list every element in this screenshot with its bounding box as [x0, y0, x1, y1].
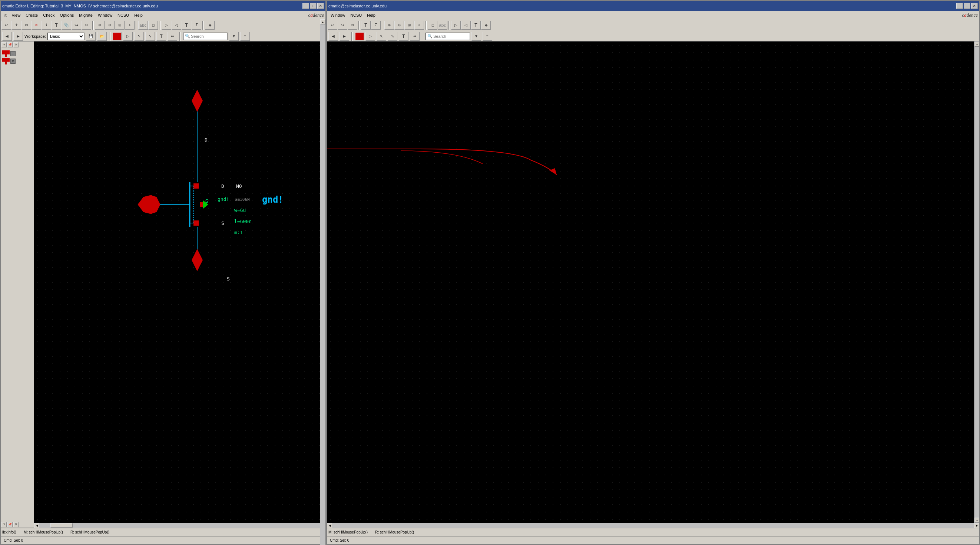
panel1-pin[interactable]: 📌	[7, 42, 13, 48]
left-close-button[interactable]: ✕	[317, 3, 324, 9]
tb-text2[interactable]: T	[181, 21, 191, 30]
wb-back[interactable]: ◀	[2, 32, 12, 41]
tb-zoom-in-area[interactable]: ⊕	[95, 21, 105, 30]
menu-item-edit[interactable]: it	[2, 12, 9, 18]
rwb-sel2[interactable]: ▷	[366, 32, 375, 41]
left-title-bar: ematic Editor L Editing: Tutorial_3_MY_N…	[1, 1, 325, 11]
right-schematic-canvas[interactable]	[327, 41, 974, 523]
rtb-rotate[interactable]: ↻	[348, 21, 357, 30]
tb-zoom-out[interactable]: ⊖	[105, 21, 115, 30]
panel1-question[interactable]: ?	[2, 42, 7, 48]
rtb-wire[interactable]: ◻	[428, 21, 438, 30]
tb-label[interactable]: ◻	[148, 21, 158, 30]
wb-load[interactable]: 📂	[97, 32, 107, 41]
rwb-sel3[interactable]: ↖	[377, 32, 386, 41]
wb-forward[interactable]: ▶	[13, 32, 23, 41]
search-input-left[interactable]	[191, 34, 221, 38]
rwb-dropdown[interactable]: ▼	[471, 32, 481, 41]
wb-sel1[interactable]	[113, 32, 122, 40]
rsep1	[358, 21, 360, 30]
rwb-sel1[interactable]	[355, 32, 364, 40]
rtb-inst[interactable]: ⬙	[481, 21, 491, 30]
left-minimize-button[interactable]: ─	[302, 3, 309, 9]
menu-item-view[interactable]: View	[10, 12, 23, 18]
rtb-zoom-out[interactable]: ⊖	[395, 21, 404, 30]
tb-add-inst[interactable]: ⬙	[205, 21, 215, 30]
rtb-right[interactable]: ▷	[451, 21, 461, 30]
rtb-zoom-sel[interactable]: ⌖	[414, 21, 424, 30]
right-scroll-up[interactable]: ▲	[974, 41, 979, 47]
tb-redo[interactable]: ↪	[72, 21, 81, 30]
left-maximize-button[interactable]: □	[310, 3, 317, 9]
panel2-close[interactable]: ✕	[13, 522, 19, 527]
rwb-sel4[interactable]: ⤡	[388, 32, 397, 41]
search-input-right[interactable]	[433, 34, 463, 38]
wb-more[interactable]: ≡	[240, 32, 250, 41]
wb-sel4[interactable]: ⤡	[145, 32, 155, 41]
wb-sel3[interactable]: ↖	[134, 32, 144, 41]
menu-item-ncsu[interactable]: NCSU	[115, 12, 131, 18]
tb-rotate[interactable]: ↻	[81, 21, 91, 30]
tb-zoom-fit[interactable]: ⊞	[115, 21, 124, 30]
right-scroll-right[interactable]: ▶	[974, 523, 979, 528]
wb-stretch[interactable]: ⇔	[167, 32, 177, 41]
tb-info[interactable]: ℹ	[41, 21, 51, 30]
rwb-forward[interactable]: ▶	[339, 32, 349, 41]
tb-arrow-left[interactable]: ◁	[172, 21, 181, 30]
canvas-scroll-left[interactable]: ◀	[34, 523, 39, 528]
right-scroll-left[interactable]: ◀	[327, 523, 332, 528]
tb-copy[interactable]: ⧉	[22, 21, 31, 30]
menu-item-window[interactable]: Window	[95, 12, 115, 18]
menu-item-options[interactable]: Options	[57, 12, 76, 18]
workspace-select[interactable]: Basic	[48, 33, 84, 40]
rtb-zoom-fit[interactable]: ⊞	[404, 21, 414, 30]
tb-zoom-sel[interactable]: ⌖	[125, 21, 135, 30]
rtb-left[interactable]: ◁	[461, 21, 471, 30]
panel2-question[interactable]: ?	[2, 522, 7, 527]
menu-item-check[interactable]: Check	[41, 12, 57, 18]
right-close-button[interactable]: ✕	[971, 3, 978, 9]
wb-sel2[interactable]: ▷	[123, 32, 133, 41]
wb-text[interactable]: T	[156, 32, 166, 41]
tb-undo[interactable]: ↩	[2, 21, 11, 30]
rwb-text[interactable]: T	[399, 32, 409, 41]
right-menu-help[interactable]: Help	[365, 12, 378, 18]
menu-item-migrate[interactable]: Migrate	[77, 12, 95, 18]
rtb-zoom-in[interactable]: ⊕	[384, 21, 394, 30]
rtb-undo[interactable]: ↩	[328, 21, 337, 30]
rwb-back[interactable]: ◀	[328, 32, 338, 41]
tb-text[interactable]: T	[51, 21, 61, 30]
right-minimize-button[interactable]: ─	[956, 3, 963, 9]
tb-wire[interactable]: abc	[138, 21, 148, 30]
rwb-more[interactable]: ≡	[483, 32, 492, 41]
menu-item-create[interactable]: Create	[23, 12, 40, 18]
search-box-right[interactable]: 🔍	[425, 33, 470, 40]
tb-move[interactable]: ✛	[11, 21, 21, 30]
sidebar-scroll-track	[320, 41, 325, 528]
right-htrack	[332, 523, 974, 528]
panel2-pin[interactable]: 📌	[7, 522, 13, 527]
schematic-canvas[interactable]: D G S M0 gnd! ami06N gnd!	[34, 41, 320, 523]
search-box-left[interactable]: 🔍	[183, 33, 228, 40]
right-scroll-down[interactable]: ▼	[974, 518, 979, 523]
right-menu-window[interactable]: Window	[328, 12, 347, 18]
rtb-text1[interactable]: T	[361, 21, 371, 30]
rtb-text3[interactable]: T	[471, 21, 481, 30]
rtb-text2[interactable]: T	[371, 21, 381, 30]
wb-save[interactable]: 💾	[86, 32, 95, 41]
wb-dropdown[interactable]: ▼	[229, 32, 239, 41]
panel1-close[interactable]: ✕	[13, 42, 19, 48]
right-menu-ncsu[interactable]: NCSU	[348, 12, 364, 18]
menu-item-help[interactable]: Help	[132, 12, 145, 18]
right-maximize-button[interactable]: □	[964, 3, 970, 9]
tb-text3[interactable]: T	[192, 21, 201, 30]
canvas-hthumb[interactable]	[51, 523, 73, 528]
rtb-label[interactable]: abc	[438, 21, 447, 30]
tb-pin[interactable]: 📎	[62, 21, 71, 30]
tb-delete[interactable]: ✕	[32, 21, 41, 30]
rtb-redo[interactable]: ↪	[338, 21, 347, 30]
svg-text:D: D	[205, 137, 208, 143]
tb-arrow-right[interactable]: ▷	[162, 21, 171, 30]
right-hscroll: ◀ ▶	[327, 523, 979, 528]
rwb-stretch[interactable]: ⇔	[410, 32, 420, 41]
